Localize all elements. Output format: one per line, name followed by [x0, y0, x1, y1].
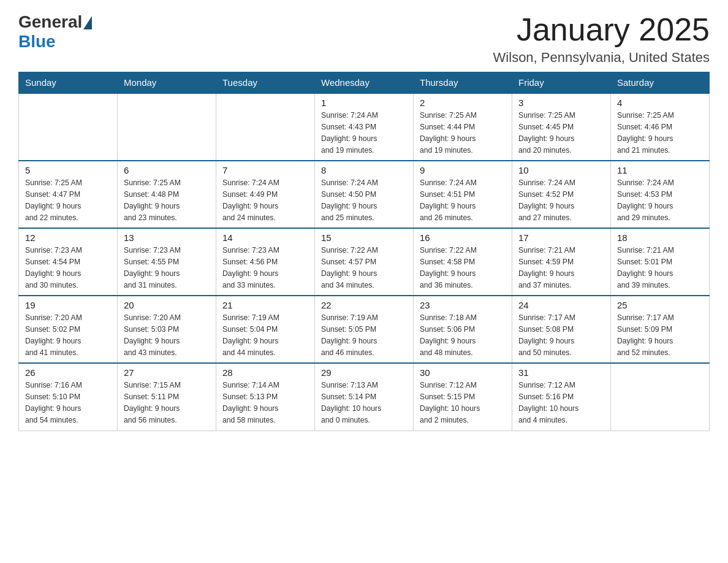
day-info: Sunrise: 7:25 AMSunset: 4:47 PMDaylight:…	[25, 177, 111, 224]
calendar-cell	[19, 93, 118, 161]
day-info: Sunrise: 7:15 AMSunset: 5:11 PMDaylight:…	[124, 380, 210, 426]
calendar-cell: 14Sunrise: 7:23 AMSunset: 4:56 PMDayligh…	[216, 228, 315, 296]
day-info: Sunrise: 7:17 AMSunset: 5:09 PMDaylight:…	[617, 312, 703, 359]
day-number: 5	[25, 165, 111, 175]
calendar-cell: 31Sunrise: 7:12 AMSunset: 5:16 PMDayligh…	[512, 363, 611, 431]
day-info: Sunrise: 7:25 AMSunset: 4:46 PMDaylight:…	[617, 110, 703, 156]
day-info: Sunrise: 7:24 AMSunset: 4:49 PMDaylight:…	[222, 177, 308, 224]
day-info: Sunrise: 7:14 AMSunset: 5:13 PMDaylight:…	[222, 380, 308, 426]
calendar-header-saturday: Saturday	[611, 72, 710, 94]
day-number: 18	[617, 232, 703, 243]
day-number: 22	[321, 300, 407, 310]
day-number: 2	[420, 98, 506, 108]
day-info: Sunrise: 7:20 AMSunset: 5:03 PMDaylight:…	[124, 312, 210, 359]
calendar-cell: 11Sunrise: 7:24 AMSunset: 4:53 PMDayligh…	[611, 161, 710, 228]
calendar-cell: 20Sunrise: 7:20 AMSunset: 5:03 PMDayligh…	[118, 296, 216, 363]
week-row-5: 26Sunrise: 7:16 AMSunset: 5:10 PMDayligh…	[19, 363, 710, 431]
day-number: 7	[222, 165, 308, 175]
day-info: Sunrise: 7:24 AMSunset: 4:50 PMDaylight:…	[321, 177, 407, 224]
day-info: Sunrise: 7:23 AMSunset: 4:55 PMDaylight:…	[124, 245, 210, 291]
day-number: 10	[518, 165, 604, 175]
calendar-cell: 30Sunrise: 7:12 AMSunset: 5:15 PMDayligh…	[414, 363, 512, 431]
calendar-cell: 7Sunrise: 7:24 AMSunset: 4:49 PMDaylight…	[216, 161, 315, 228]
calendar-cell: 9Sunrise: 7:24 AMSunset: 4:51 PMDaylight…	[414, 161, 512, 228]
day-number: 21	[222, 300, 308, 310]
day-number: 23	[420, 300, 506, 310]
day-info: Sunrise: 7:25 AMSunset: 4:48 PMDaylight:…	[124, 177, 210, 224]
day-info: Sunrise: 7:19 AMSunset: 5:04 PMDaylight:…	[222, 312, 308, 359]
day-info: Sunrise: 7:24 AMSunset: 4:51 PMDaylight:…	[420, 177, 506, 224]
day-info: Sunrise: 7:22 AMSunset: 4:57 PMDaylight:…	[321, 245, 407, 291]
day-number: 25	[617, 300, 703, 310]
day-number: 19	[25, 300, 111, 310]
logo-blue-text: Blue	[18, 32, 56, 52]
calendar-cell: 15Sunrise: 7:22 AMSunset: 4:57 PMDayligh…	[315, 228, 414, 296]
calendar-cell: 2Sunrise: 7:25 AMSunset: 4:44 PMDaylight…	[414, 93, 512, 161]
calendar-header-row: SundayMondayTuesdayWednesdayThursdayFrid…	[19, 72, 710, 94]
logo-triangle-icon	[83, 16, 92, 29]
calendar-cell	[118, 93, 216, 161]
day-info: Sunrise: 7:21 AMSunset: 5:01 PMDaylight:…	[617, 245, 703, 291]
calendar-cell: 26Sunrise: 7:16 AMSunset: 5:10 PMDayligh…	[19, 363, 118, 431]
day-number: 30	[420, 367, 506, 378]
calendar-header-tuesday: Tuesday	[216, 72, 315, 94]
day-number: 9	[420, 165, 506, 175]
day-number: 17	[518, 232, 604, 243]
day-info: Sunrise: 7:25 AMSunset: 4:44 PMDaylight:…	[420, 110, 506, 156]
day-number: 8	[321, 165, 407, 175]
day-info: Sunrise: 7:22 AMSunset: 4:58 PMDaylight:…	[420, 245, 506, 291]
day-number: 12	[25, 232, 111, 243]
calendar-cell: 22Sunrise: 7:19 AMSunset: 5:05 PMDayligh…	[315, 296, 414, 363]
week-row-1: 1Sunrise: 7:24 AMSunset: 4:43 PMDaylight…	[19, 93, 710, 161]
day-number: 15	[321, 232, 407, 243]
calendar-cell: 4Sunrise: 7:25 AMSunset: 4:46 PMDaylight…	[611, 93, 710, 161]
calendar-cell: 28Sunrise: 7:14 AMSunset: 5:13 PMDayligh…	[216, 363, 315, 431]
day-number: 14	[222, 232, 308, 243]
calendar-header-friday: Friday	[512, 72, 611, 94]
day-number: 29	[321, 367, 407, 378]
day-info: Sunrise: 7:17 AMSunset: 5:08 PMDaylight:…	[518, 312, 604, 359]
logo-general-text: General	[18, 12, 82, 32]
day-info: Sunrise: 7:16 AMSunset: 5:10 PMDaylight:…	[25, 380, 111, 426]
day-number: 4	[617, 98, 703, 108]
month-title: January 2025	[493, 12, 710, 47]
day-info: Sunrise: 7:21 AMSunset: 4:59 PMDaylight:…	[518, 245, 604, 291]
calendar-cell: 10Sunrise: 7:24 AMSunset: 4:52 PMDayligh…	[512, 161, 611, 228]
calendar-cell: 17Sunrise: 7:21 AMSunset: 4:59 PMDayligh…	[512, 228, 611, 296]
calendar-cell: 13Sunrise: 7:23 AMSunset: 4:55 PMDayligh…	[118, 228, 216, 296]
calendar-cell: 29Sunrise: 7:13 AMSunset: 5:14 PMDayligh…	[315, 363, 414, 431]
calendar-cell: 21Sunrise: 7:19 AMSunset: 5:04 PMDayligh…	[216, 296, 315, 363]
calendar-header-monday: Monday	[118, 72, 216, 94]
day-info: Sunrise: 7:23 AMSunset: 4:54 PMDaylight:…	[25, 245, 111, 291]
calendar-cell: 27Sunrise: 7:15 AMSunset: 5:11 PMDayligh…	[118, 363, 216, 431]
calendar-cell	[216, 93, 315, 161]
calendar-cell: 18Sunrise: 7:21 AMSunset: 5:01 PMDayligh…	[611, 228, 710, 296]
day-info: Sunrise: 7:24 AMSunset: 4:43 PMDaylight:…	[321, 110, 407, 156]
week-row-4: 19Sunrise: 7:20 AMSunset: 5:02 PMDayligh…	[19, 296, 710, 363]
day-number: 16	[420, 232, 506, 243]
day-number: 11	[617, 165, 703, 175]
logo: General Blue	[18, 12, 92, 52]
calendar-table: SundayMondayTuesdayWednesdayThursdayFrid…	[18, 72, 710, 431]
day-number: 6	[124, 165, 210, 175]
calendar-header-sunday: Sunday	[19, 72, 118, 94]
calendar-cell: 19Sunrise: 7:20 AMSunset: 5:02 PMDayligh…	[19, 296, 118, 363]
calendar-cell: 8Sunrise: 7:24 AMSunset: 4:50 PMDaylight…	[315, 161, 414, 228]
day-info: Sunrise: 7:12 AMSunset: 5:16 PMDaylight:…	[518, 380, 604, 426]
calendar-cell: 6Sunrise: 7:25 AMSunset: 4:48 PMDaylight…	[118, 161, 216, 228]
day-number: 20	[124, 300, 210, 310]
week-row-3: 12Sunrise: 7:23 AMSunset: 4:54 PMDayligh…	[19, 228, 710, 296]
day-number: 27	[124, 367, 210, 378]
day-number: 28	[222, 367, 308, 378]
page-header: General Blue January 2025 Wilson, Pennsy…	[18, 12, 710, 66]
day-number: 1	[321, 98, 407, 108]
day-number: 3	[518, 98, 604, 108]
day-info: Sunrise: 7:13 AMSunset: 5:14 PMDaylight:…	[321, 380, 407, 426]
day-number: 24	[518, 300, 604, 310]
calendar-cell: 12Sunrise: 7:23 AMSunset: 4:54 PMDayligh…	[19, 228, 118, 296]
calendar-cell: 5Sunrise: 7:25 AMSunset: 4:47 PMDaylight…	[19, 161, 118, 228]
calendar-header-thursday: Thursday	[414, 72, 512, 94]
calendar-cell: 1Sunrise: 7:24 AMSunset: 4:43 PMDaylight…	[315, 93, 414, 161]
title-section: January 2025 Wilson, Pennsylvania, Unite…	[493, 12, 710, 66]
day-info: Sunrise: 7:19 AMSunset: 5:05 PMDaylight:…	[321, 312, 407, 359]
